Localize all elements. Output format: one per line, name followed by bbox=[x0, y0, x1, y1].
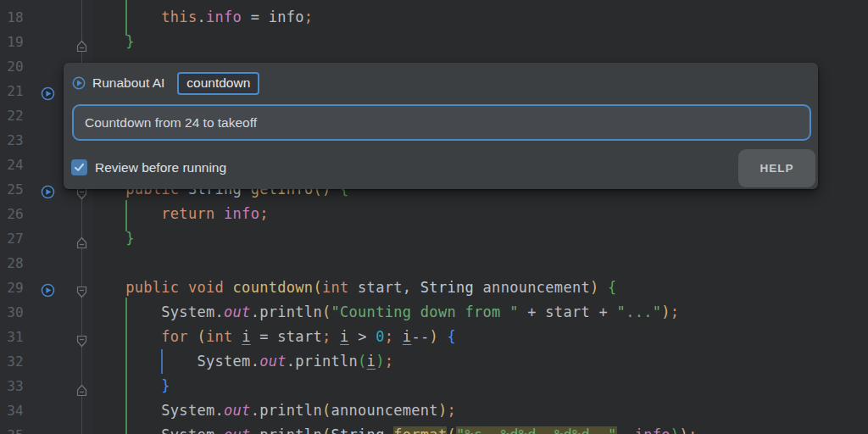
code-text: return info; bbox=[90, 202, 269, 226]
code-line[interactable]: 32 System.out.println(i); bbox=[0, 349, 868, 374]
fold-marker-icon[interactable] bbox=[76, 232, 87, 245]
code-line[interactable]: 35 System.out.println(String.format("%s,… bbox=[0, 423, 868, 434]
run-method-icon[interactable] bbox=[41, 182, 55, 197]
line-number[interactable]: 18 bbox=[0, 5, 24, 30]
line-number[interactable]: 33 bbox=[0, 374, 24, 398]
fold-marker-icon[interactable] bbox=[76, 331, 87, 343]
line-number[interactable]: 22 bbox=[0, 103, 24, 128]
line-number[interactable]: 30 bbox=[0, 300, 24, 325]
dialog-title: Runabout AI bbox=[92, 75, 164, 91]
run-method-icon[interactable] bbox=[41, 84, 55, 98]
fold-marker-icon[interactable] bbox=[76, 281, 87, 294]
code-line[interactable]: 33 } bbox=[0, 374, 868, 398]
code-text: this.info = info; bbox=[90, 5, 313, 30]
code-text: } bbox=[90, 374, 170, 398]
fold-marker-icon[interactable] bbox=[76, 36, 87, 48]
code-line[interactable]: 18 this.info = info; bbox=[0, 5, 868, 30]
code-line[interactable]: 27 } bbox=[0, 226, 868, 251]
code-line[interactable]: 29 public void countdown(int start, Stri… bbox=[0, 275, 868, 300]
code-line[interactable]: 30 System.out.println("Counting down fro… bbox=[0, 300, 868, 325]
code-text: } bbox=[90, 30, 135, 54]
line-number[interactable]: 28 bbox=[0, 251, 24, 275]
line-number[interactable]: 24 bbox=[0, 153, 24, 177]
code-text: for (int i = start; i > 0; i--) { bbox=[90, 325, 456, 349]
help-button[interactable]: HELP bbox=[738, 149, 815, 187]
checkbox-label: Review before running bbox=[95, 160, 226, 175]
line-number[interactable]: 20 bbox=[0, 54, 24, 79]
runabout-ai-panel: Runabout AI countdown Review before runn… bbox=[64, 63, 818, 189]
code-line[interactable]: 19 } bbox=[0, 30, 868, 54]
code-line[interactable]: 34 System.out.println(announcement); bbox=[0, 398, 868, 423]
code-text: public void countdown(int start, String … bbox=[90, 275, 617, 300]
fold-marker-icon[interactable] bbox=[76, 380, 87, 392]
line-number[interactable]: 32 bbox=[0, 349, 24, 374]
line-number[interactable]: 35 bbox=[0, 423, 24, 434]
code-text: System.out.println(i); bbox=[90, 349, 393, 374]
countdown-tag[interactable]: countdown bbox=[177, 72, 259, 95]
line-number[interactable]: 25 bbox=[0, 177, 24, 202]
prompt-input[interactable] bbox=[72, 104, 811, 141]
line-number[interactable]: 23 bbox=[0, 128, 24, 153]
line-number[interactable]: 31 bbox=[0, 325, 24, 349]
code-text: System.out.println("Counting down from "… bbox=[90, 300, 679, 325]
line-number[interactable]: 29 bbox=[0, 275, 24, 300]
line-number[interactable]: 27 bbox=[0, 226, 24, 251]
line-number[interactable]: 26 bbox=[0, 202, 24, 226]
dialog-header: Runabout AI countdown bbox=[72, 71, 259, 95]
run-method-icon[interactable] bbox=[41, 281, 55, 295]
line-number[interactable]: 34 bbox=[0, 398, 24, 423]
line-number[interactable]: 19 bbox=[0, 30, 24, 54]
runabout-logo-icon bbox=[72, 76, 86, 90]
code-text: System.out.println(String.format("%s, %d… bbox=[90, 423, 698, 434]
checkbox-checked-icon[interactable] bbox=[71, 159, 87, 175]
line-number[interactable]: 21 bbox=[0, 79, 24, 103]
code-text: } bbox=[90, 226, 135, 251]
code-line[interactable]: 31 for (int i = start; i > 0; i--) { bbox=[0, 325, 868, 349]
code-text: System.out.println(announcement); bbox=[90, 398, 456, 423]
code-line[interactable]: 28 bbox=[0, 251, 868, 275]
review-before-running-checkbox[interactable]: Review before running bbox=[71, 159, 226, 175]
code-line[interactable]: 26 return info; bbox=[0, 202, 868, 226]
